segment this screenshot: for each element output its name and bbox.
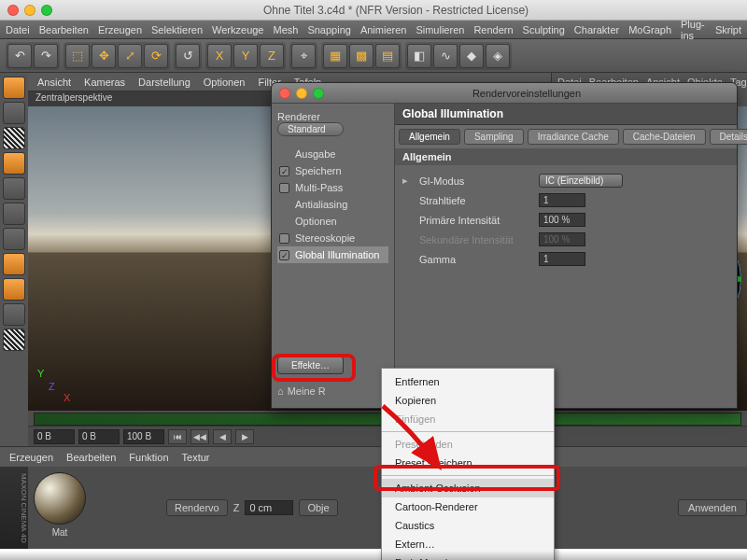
render-pv-icon[interactable]: ▩ [349, 44, 374, 68]
render-option-stereoskopie[interactable]: Stereoskopie [277, 230, 388, 246]
axis-y-button[interactable]: Y [233, 44, 258, 68]
menu-werkzeuge[interactable]: Werkzeuge [212, 24, 263, 35]
vm-darstellung[interactable]: Darstellung [138, 77, 190, 88]
rotate-tool-icon[interactable]: ⟳ [144, 44, 168, 68]
menu-mesh[interactable]: Mesh [273, 24, 298, 35]
render-option-antialiasing[interactable]: Antialiasing [277, 196, 388, 213]
dialog-close-icon[interactable] [279, 88, 290, 99]
tab-cache[interactable]: Cache-Dateien [623, 129, 706, 145]
snap-toggle-icon[interactable] [3, 278, 25, 301]
menu-plugins[interactable]: Plug-ins [681, 19, 706, 41]
dialog-min-icon[interactable] [296, 88, 307, 99]
spline-primitive-icon[interactable]: ∿ [433, 44, 458, 68]
menu-item-preset-speichern-[interactable]: Preset speichern… [382, 454, 554, 472]
menu-sculpting[interactable]: Sculpting [523, 24, 565, 35]
dialog-zoom-icon[interactable] [313, 88, 324, 99]
mat-menu-bearbeiten[interactable]: Bearbeiten [66, 452, 116, 463]
redo-icon[interactable]: ↷ [34, 44, 58, 68]
coord-z-field[interactable] [245, 500, 293, 515]
menu-item-entfernen[interactable]: Entfernen [382, 372, 554, 391]
frame-end-field[interactable] [123, 429, 164, 444]
mat-menu-textur[interactable]: Textur [182, 452, 210, 463]
move-tool-icon[interactable]: ✥ [92, 44, 116, 68]
prev-key-icon[interactable]: ◀◀ [190, 429, 209, 444]
point-mode-icon[interactable] [3, 177, 25, 200]
vm-ansicht[interactable]: Ansicht [37, 77, 71, 88]
menu-rendern[interactable]: Rendern [473, 24, 513, 35]
menu-datei[interactable]: Datei [6, 24, 30, 35]
render-settings-link[interactable]: Rendervo [166, 499, 228, 516]
select-tool-icon[interactable]: ⬚ [65, 44, 90, 68]
strahltiefe-field[interactable] [539, 193, 585, 207]
vm-optionen[interactable]: Optionen [204, 77, 246, 88]
poly-mode-icon[interactable] [3, 228, 25, 250]
vm-kameras[interactable]: Kameras [84, 77, 125, 88]
history-icon[interactable]: ↺ [176, 44, 200, 68]
workplane-icon[interactable] [3, 152, 25, 175]
axis-z-button[interactable]: Z [260, 44, 284, 68]
expand-icon[interactable]: ▸ [402, 175, 412, 187]
zoom-icon[interactable] [41, 5, 52, 16]
render-settings-icon[interactable]: ▤ [375, 44, 400, 68]
soft-select-icon[interactable] [3, 303, 25, 326]
menu-snapping[interactable]: Snapping [307, 24, 351, 35]
uv-mode-icon[interactable] [3, 329, 25, 351]
render-view-icon[interactable]: ▦ [323, 44, 347, 68]
menu-item-caustics[interactable]: Caustics [382, 516, 554, 535]
menu-skript[interactable]: Skript [715, 24, 741, 35]
menu-charakter[interactable]: Charakter [574, 24, 619, 35]
gamma-field[interactable] [539, 252, 585, 266]
mat-menu-funktion[interactable]: Funktion [129, 452, 168, 463]
renderer-select[interactable]: Standard [277, 122, 344, 136]
tab-details[interactable]: Details [710, 129, 748, 145]
apply-button[interactable]: Anwenden [678, 499, 747, 516]
menu-simulieren[interactable]: Simulieren [416, 24, 464, 35]
deformer-icon[interactable]: ◈ [486, 44, 510, 68]
scale-tool-icon[interactable]: ⤢ [118, 44, 142, 68]
frame-current-field[interactable] [78, 429, 120, 444]
render-option-global-illumination[interactable]: Global Illumination [277, 246, 388, 263]
menu-mograph[interactable]: MoGraph [628, 24, 671, 35]
make-editable-icon[interactable] [3, 77, 25, 99]
primaere-intensitaet-field[interactable] [539, 213, 585, 227]
effects-button[interactable]: Effekte… [277, 357, 344, 374]
checkbox-icon[interactable] [279, 166, 289, 176]
axis-x-button[interactable]: X [207, 44, 232, 68]
object-mode-button[interactable]: Obje [299, 499, 337, 516]
go-start-icon[interactable]: ⏮ [168, 429, 187, 444]
menu-bearbeiten[interactable]: Bearbeiten [39, 24, 89, 35]
material-name[interactable]: Mat [34, 527, 86, 538]
render-option-optionen[interactable]: Optionen [277, 213, 388, 230]
cube-primitive-icon[interactable]: ◧ [407, 44, 431, 68]
gi-modus-select[interactable]: IC (Einzelbild) [539, 174, 623, 188]
edge-mode-icon[interactable] [3, 203, 25, 225]
generator-icon[interactable]: ◆ [459, 44, 484, 68]
menu-item-cartoon-renderer[interactable]: Cartoon-Renderer [382, 497, 554, 516]
material-preview[interactable]: Mat [34, 472, 86, 543]
checkbox-icon[interactable] [279, 233, 289, 244]
menu-erzeugen[interactable]: Erzeugen [98, 24, 142, 35]
checkbox-icon[interactable] [279, 183, 289, 193]
undo-icon[interactable]: ↶ [7, 44, 32, 68]
menu-selektieren[interactable]: Selektieren [151, 24, 203, 35]
render-option-ausgabe[interactable]: Ausgabe [277, 146, 388, 162]
prev-frame-icon[interactable]: ◀ [213, 429, 232, 444]
my-render-presets[interactable]: ⌂ Meine R [277, 385, 326, 397]
coord-mode-icon[interactable]: ⌖ [291, 44, 316, 68]
tab-allgemein[interactable]: Allgemein [399, 129, 460, 145]
model-mode-icon[interactable] [3, 102, 25, 124]
play-icon[interactable]: ▶ [235, 429, 254, 444]
close-icon[interactable] [7, 5, 19, 16]
texture-mode-icon[interactable] [3, 127, 25, 149]
render-option-speichern[interactable]: Speichern [277, 162, 388, 179]
axis-mode-icon[interactable] [3, 253, 25, 275]
minimize-icon[interactable] [24, 5, 35, 16]
render-option-multi-pass[interactable]: Multi-Pass [277, 179, 388, 196]
tab-sampling[interactable]: Sampling [464, 129, 524, 145]
checkbox-icon[interactable] [279, 250, 289, 260]
tab-irradiance[interactable]: Irradiance Cache [528, 129, 619, 145]
menu-item-ambient-occlusion[interactable]: Ambient Occlusion [382, 479, 554, 497]
menu-item-kopieren[interactable]: Kopieren [382, 391, 554, 410]
mat-menu-erzeugen[interactable]: Erzeugen [9, 452, 53, 463]
menu-animieren[interactable]: Animieren [360, 24, 407, 35]
